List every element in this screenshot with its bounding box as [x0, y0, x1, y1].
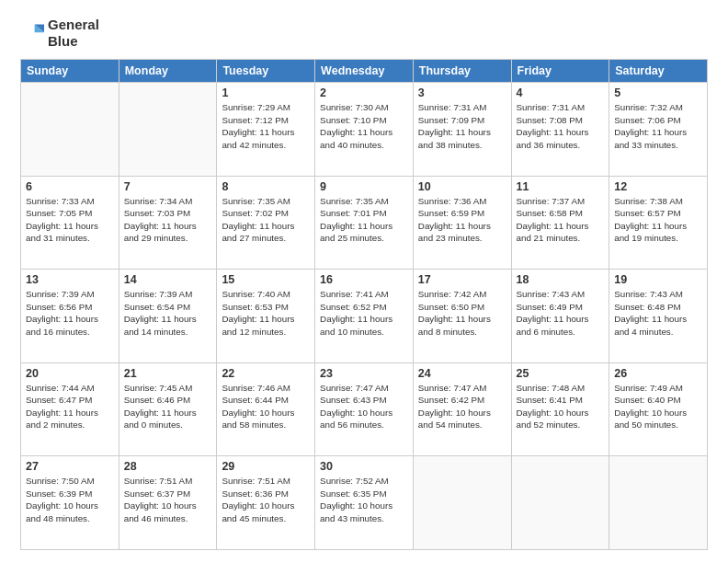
- calendar-cell: 30Sunrise: 7:52 AM Sunset: 6:35 PM Dayli…: [315, 456, 414, 550]
- day-info: Sunrise: 7:35 AM Sunset: 7:01 PM Dayligh…: [320, 195, 408, 245]
- calendar-cell: 15Sunrise: 7:40 AM Sunset: 6:53 PM Dayli…: [217, 270, 315, 363]
- day-info: Sunrise: 7:51 AM Sunset: 6:36 PM Dayligh…: [222, 475, 310, 524]
- day-info: Sunrise: 7:43 AM Sunset: 6:48 PM Dayligh…: [614, 288, 702, 338]
- day-number: 26: [614, 367, 702, 380]
- day-info: Sunrise: 7:48 AM Sunset: 6:41 PM Dayligh…: [517, 382, 605, 431]
- calendar-cell: 22Sunrise: 7:46 AM Sunset: 6:44 PM Dayli…: [217, 362, 315, 456]
- weekday-header: Wednesday: [315, 60, 414, 83]
- calendar-cell: 28Sunrise: 7:51 AM Sunset: 6:37 PM Dayli…: [119, 456, 217, 550]
- weekday-header: Sunday: [21, 60, 119, 83]
- page: GeneralBlue SundayMondayTuesdayWednesday…: [0, 0, 728, 563]
- day-info: Sunrise: 7:37 AM Sunset: 6:58 PM Dayligh…: [517, 195, 605, 245]
- calendar-body: 1Sunrise: 7:29 AM Sunset: 7:12 PM Daylig…: [21, 83, 708, 550]
- day-number: 24: [418, 367, 506, 380]
- calendar-table: SundayMondayTuesdayWednesdayThursdayFrid…: [20, 59, 708, 550]
- calendar-header-row: SundayMondayTuesdayWednesdayThursdayFrid…: [21, 60, 708, 83]
- calendar-week-row: 1Sunrise: 7:29 AM Sunset: 7:12 PM Daylig…: [21, 83, 708, 177]
- calendar-cell: 4Sunrise: 7:31 AM Sunset: 7:08 PM Daylig…: [511, 83, 609, 177]
- calendar-week-row: 13Sunrise: 7:39 AM Sunset: 6:56 PM Dayli…: [21, 270, 708, 363]
- calendar-cell: 12Sunrise: 7:38 AM Sunset: 6:57 PM Dayli…: [609, 176, 708, 270]
- calendar-cell: 16Sunrise: 7:41 AM Sunset: 6:52 PM Dayli…: [315, 270, 414, 363]
- calendar-cell: 7Sunrise: 7:34 AM Sunset: 7:03 PM Daylig…: [119, 176, 217, 270]
- day-info: Sunrise: 7:44 AM Sunset: 6:47 PM Dayligh…: [26, 382, 114, 431]
- day-number: 8: [222, 180, 310, 193]
- day-number: 4: [517, 86, 605, 99]
- day-number: 25: [517, 367, 605, 380]
- day-info: Sunrise: 7:50 AM Sunset: 6:39 PM Dayligh…: [26, 475, 114, 524]
- day-info: Sunrise: 7:31 AM Sunset: 7:08 PM Dayligh…: [517, 101, 605, 151]
- calendar-cell: 9Sunrise: 7:35 AM Sunset: 7:01 PM Daylig…: [315, 176, 414, 270]
- day-number: 17: [418, 273, 506, 286]
- day-number: 9: [320, 180, 408, 193]
- day-number: 15: [222, 273, 310, 286]
- day-number: 18: [517, 273, 605, 286]
- calendar-week-row: 6Sunrise: 7:33 AM Sunset: 7:05 PM Daylig…: [21, 176, 708, 270]
- day-info: Sunrise: 7:32 AM Sunset: 7:06 PM Dayligh…: [614, 101, 702, 151]
- day-info: Sunrise: 7:49 AM Sunset: 6:40 PM Dayligh…: [614, 382, 702, 431]
- day-info: Sunrise: 7:36 AM Sunset: 6:59 PM Dayligh…: [418, 195, 506, 245]
- calendar-cell: 18Sunrise: 7:43 AM Sunset: 6:49 PM Dayli…: [511, 270, 609, 363]
- day-info: Sunrise: 7:45 AM Sunset: 6:46 PM Dayligh…: [124, 382, 212, 431]
- day-number: 27: [26, 460, 114, 473]
- calendar-cell: 3Sunrise: 7:31 AM Sunset: 7:09 PM Daylig…: [413, 83, 511, 177]
- day-info: Sunrise: 7:40 AM Sunset: 6:53 PM Dayligh…: [222, 288, 310, 338]
- calendar-cell: 24Sunrise: 7:47 AM Sunset: 6:42 PM Dayli…: [413, 362, 511, 456]
- calendar-cell: 10Sunrise: 7:36 AM Sunset: 6:59 PM Dayli…: [413, 176, 511, 270]
- calendar-cell: 17Sunrise: 7:42 AM Sunset: 6:50 PM Dayli…: [413, 270, 511, 363]
- calendar-cell: 29Sunrise: 7:51 AM Sunset: 6:36 PM Dayli…: [217, 456, 315, 550]
- day-number: 29: [222, 460, 310, 473]
- day-info: Sunrise: 7:30 AM Sunset: 7:10 PM Dayligh…: [320, 101, 408, 151]
- day-number: 13: [26, 273, 114, 286]
- calendar-cell: 23Sunrise: 7:47 AM Sunset: 6:43 PM Dayli…: [315, 362, 414, 456]
- day-info: Sunrise: 7:47 AM Sunset: 6:43 PM Dayligh…: [320, 382, 408, 431]
- day-number: 2: [320, 86, 408, 99]
- day-info: Sunrise: 7:52 AM Sunset: 6:35 PM Dayligh…: [320, 475, 408, 524]
- day-info: Sunrise: 7:46 AM Sunset: 6:44 PM Dayligh…: [222, 382, 310, 431]
- day-info: Sunrise: 7:29 AM Sunset: 7:12 PM Dayligh…: [222, 101, 310, 151]
- calendar-cell: 21Sunrise: 7:45 AM Sunset: 6:46 PM Dayli…: [119, 362, 217, 456]
- calendar-week-row: 27Sunrise: 7:50 AM Sunset: 6:39 PM Dayli…: [21, 456, 708, 550]
- day-info: Sunrise: 7:47 AM Sunset: 6:42 PM Dayligh…: [418, 382, 506, 431]
- day-number: 16: [320, 273, 408, 286]
- day-number: 1: [222, 86, 310, 99]
- day-info: Sunrise: 7:42 AM Sunset: 6:50 PM Dayligh…: [418, 288, 506, 338]
- calendar-week-row: 20Sunrise: 7:44 AM Sunset: 6:47 PM Dayli…: [21, 362, 708, 456]
- weekday-header: Tuesday: [217, 60, 315, 83]
- day-info: Sunrise: 7:43 AM Sunset: 6:49 PM Dayligh…: [517, 288, 605, 338]
- day-number: 5: [614, 86, 702, 99]
- calendar-cell: 13Sunrise: 7:39 AM Sunset: 6:56 PM Dayli…: [21, 270, 119, 363]
- calendar-cell: [21, 83, 119, 177]
- calendar-cell: 19Sunrise: 7:43 AM Sunset: 6:48 PM Dayli…: [609, 270, 708, 363]
- day-number: 12: [614, 180, 702, 193]
- calendar-cell: 11Sunrise: 7:37 AM Sunset: 6:58 PM Dayli…: [511, 176, 609, 270]
- day-number: 21: [124, 367, 212, 380]
- day-info: Sunrise: 7:41 AM Sunset: 6:52 PM Dayligh…: [320, 288, 408, 338]
- weekday-header: Saturday: [609, 60, 708, 83]
- day-info: Sunrise: 7:31 AM Sunset: 7:09 PM Dayligh…: [418, 101, 506, 151]
- weekday-header: Friday: [511, 60, 609, 83]
- day-number: 23: [320, 367, 408, 380]
- calendar-cell: 8Sunrise: 7:35 AM Sunset: 7:02 PM Daylig…: [217, 176, 315, 270]
- day-number: 6: [26, 180, 114, 193]
- day-number: 11: [517, 180, 605, 193]
- day-info: Sunrise: 7:34 AM Sunset: 7:03 PM Dayligh…: [124, 195, 212, 245]
- calendar-cell: [119, 83, 217, 177]
- day-number: 10: [418, 180, 506, 193]
- day-number: 20: [26, 367, 114, 380]
- calendar-cell: 6Sunrise: 7:33 AM Sunset: 7:05 PM Daylig…: [21, 176, 119, 270]
- calendar-cell: [413, 456, 511, 550]
- logo-icon: [20, 21, 44, 45]
- day-number: 19: [614, 273, 702, 286]
- calendar-cell: 14Sunrise: 7:39 AM Sunset: 6:54 PM Dayli…: [119, 270, 217, 363]
- day-number: 14: [124, 273, 212, 286]
- calendar-cell: 20Sunrise: 7:44 AM Sunset: 6:47 PM Dayli…: [21, 362, 119, 456]
- calendar-cell: 26Sunrise: 7:49 AM Sunset: 6:40 PM Dayli…: [609, 362, 708, 456]
- calendar-cell: 27Sunrise: 7:50 AM Sunset: 6:39 PM Dayli…: [21, 456, 119, 550]
- day-number: 28: [124, 460, 212, 473]
- calendar-cell: 25Sunrise: 7:48 AM Sunset: 6:41 PM Dayli…: [511, 362, 609, 456]
- header: GeneralBlue: [20, 17, 708, 50]
- calendar-cell: [609, 456, 708, 550]
- day-info: Sunrise: 7:51 AM Sunset: 6:37 PM Dayligh…: [124, 475, 212, 524]
- logo-text: GeneralBlue: [48, 17, 99, 50]
- day-info: Sunrise: 7:39 AM Sunset: 6:56 PM Dayligh…: [26, 288, 114, 338]
